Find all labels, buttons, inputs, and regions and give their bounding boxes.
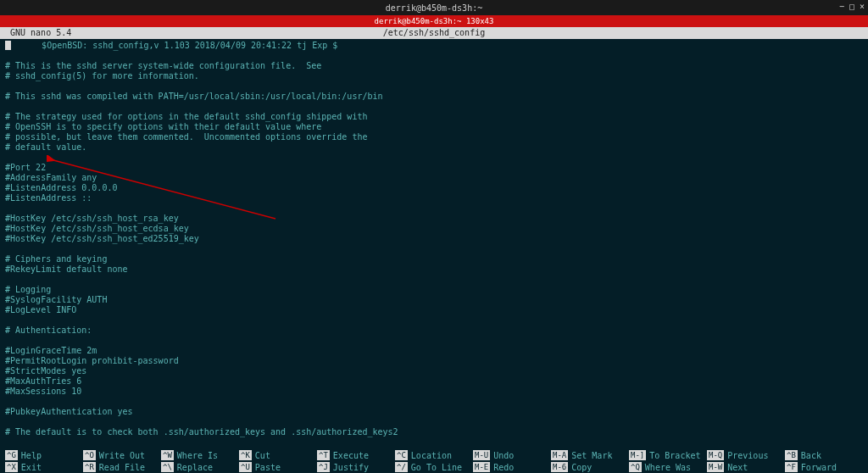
- shortcut-key: M-Q: [707, 450, 724, 460]
- editor-line[interactable]: #SyslogFacility AUTH: [5, 295, 863, 305]
- terminal-header-text: derrik@b450m-ds3h:~ 130x43: [375, 17, 494, 25]
- editor-line[interactable]: #PermitRootLogin prohibit-password: [5, 356, 863, 366]
- editor-line[interactable]: # This sshd was compiled with PATH=/usr/…: [5, 92, 863, 102]
- editor-line[interactable]: # Logging: [5, 285, 863, 295]
- editor-line[interactable]: [5, 153, 863, 163]
- shortcut-item[interactable]: M-ERedo: [473, 462, 514, 472]
- shortcut-label: Previous: [727, 451, 768, 460]
- editor-line[interactable]: [5, 203, 863, 214]
- editor-line[interactable]: # Authentication:: [5, 326, 863, 336]
- editor-line[interactable]: [5, 275, 863, 285]
- editor-content[interactable]: $OpenBSD: sshd_config,v 1.103 2018/04/09…: [0, 39, 868, 437]
- shortcut-label: Location: [411, 451, 452, 460]
- editor-line[interactable]: # The strategy used for options in the d…: [5, 112, 863, 122]
- editor-line[interactable]: [5, 51, 863, 61]
- editor-line[interactable]: $OpenBSD: sshd_config,v 1.103 2018/04/09…: [5, 41, 863, 51]
- shortcut-key: ^B: [785, 450, 798, 460]
- shortcut-item[interactable]: ^UPaste: [239, 462, 281, 472]
- close-icon[interactable]: ×: [860, 2, 865, 11]
- shortcut-item[interactable]: ^/Go To Line: [395, 462, 462, 472]
- editor-line[interactable]: # possible, but leave them commented. Un…: [5, 132, 863, 142]
- shortcut-key: ^G: [5, 450, 18, 460]
- shortcut-key: M-U: [473, 450, 490, 460]
- editor-line[interactable]: [5, 315, 863, 326]
- shortcut-item[interactable]: ^FForward: [785, 462, 837, 472]
- shortcut-key: M-]: [629, 450, 646, 460]
- shortcut-label: To Bracket: [649, 451, 700, 460]
- shortcut-item[interactable]: ^KCut: [239, 450, 270, 460]
- shortcut-label: Redo: [493, 463, 514, 472]
- shortcut-item[interactable]: M-6Copy: [551, 462, 592, 472]
- shortcut-item[interactable]: M-]To Bracket: [629, 450, 700, 460]
- shortcut-label: Copy: [571, 463, 592, 472]
- editor-line[interactable]: #AddressFamily any: [5, 173, 863, 183]
- shortcut-label: Set Mark: [571, 451, 612, 460]
- shortcut-key: ^C: [395, 450, 408, 460]
- editor-line[interactable]: #HostKey /etc/ssh/ssh_host_rsa_key: [5, 214, 863, 224]
- shortcut-item[interactable]: ^JJustify: [317, 462, 369, 472]
- shortcut-key: ^/: [395, 462, 408, 472]
- shortcut-item[interactable]: ^GHelp: [5, 450, 42, 460]
- editor-line[interactable]: #ListenAddress 0.0.0.0: [5, 183, 863, 193]
- shortcut-item[interactable]: ^BBack: [785, 450, 821, 460]
- editor-line[interactable]: #LoginGraceTime 2m: [5, 346, 863, 356]
- editor-line[interactable]: #HostKey /etc/ssh/ssh_host_ed25519_key: [5, 234, 863, 244]
- editor-line[interactable]: # The default is to check both .ssh/auth…: [5, 427, 863, 437]
- window-title: derrik@b450m-ds3h:~: [386, 3, 482, 13]
- shortcut-key: ^\: [161, 462, 174, 472]
- shortcut-key: ^O: [83, 450, 96, 460]
- editor-line[interactable]: # OpenSSH is to specify options with the…: [5, 122, 863, 132]
- editor-line[interactable]: #LogLevel INFO: [5, 305, 863, 315]
- editor-line[interactable]: [5, 336, 863, 346]
- shortcut-item[interactable]: M-UUndo: [473, 450, 514, 460]
- shortcut-item[interactable]: ^\Replace: [161, 462, 213, 472]
- shortcut-item[interactable]: M-ASet Mark: [551, 450, 612, 460]
- editor-line[interactable]: # Ciphers and keying: [5, 254, 863, 264]
- shortcut-item[interactable]: M-QPrevious: [707, 450, 768, 460]
- editor-line[interactable]: #ListenAddress ::: [5, 193, 863, 203]
- shortcut-label: Undo: [493, 451, 514, 460]
- shortcut-key: ^T: [317, 450, 330, 460]
- editor-line[interactable]: # This is the sshd server system-wide co…: [5, 61, 863, 71]
- shortcut-label: Go To Line: [411, 463, 462, 472]
- editor-line[interactable]: #MaxSessions 10: [5, 387, 863, 397]
- shortcut-item[interactable]: M-WNext: [707, 462, 748, 472]
- editor-line[interactable]: [5, 81, 863, 92]
- editor-line[interactable]: # sshd_config(5) for more information.: [5, 71, 863, 81]
- shortcut-key: ^U: [239, 462, 252, 472]
- shortcut-item[interactable]: ^OWrite Out: [83, 450, 145, 460]
- shortcut-item[interactable]: ^XExit: [5, 462, 42, 472]
- shortcut-label: Justify: [333, 463, 369, 472]
- shortcut-label: Back: [801, 451, 821, 460]
- editor-line[interactable]: #MaxAuthTries 6: [5, 376, 863, 387]
- shortcut-key: ^J: [317, 462, 330, 472]
- editor-line[interactable]: #StrictModes yes: [5, 366, 863, 376]
- editor-line[interactable]: #HostKey /etc/ssh/ssh_host_ecdsa_key: [5, 224, 863, 234]
- minimize-icon[interactable]: −: [839, 2, 844, 11]
- editor-line[interactable]: [5, 102, 863, 112]
- cursor-indicator: [5, 41, 11, 50]
- editor-line[interactable]: #RekeyLimit default none: [5, 264, 863, 275]
- terminal-header-bar: derrik@b450m-ds3h:~ 130x43: [0, 15, 868, 27]
- editor-line[interactable]: [5, 244, 863, 254]
- shortcut-label: Execute: [333, 451, 369, 460]
- editor-line[interactable]: [5, 397, 863, 407]
- shortcut-label: Where Was: [645, 463, 691, 472]
- shortcut-item[interactable]: ^TExecute: [317, 450, 369, 460]
- shortcut-item[interactable]: ^RRead File: [83, 462, 145, 472]
- shortcut-key: M-E: [473, 462, 490, 472]
- editor-line[interactable]: # default value.: [5, 142, 863, 153]
- shortcut-label: Paste: [255, 463, 281, 472]
- nano-header: GNU nano 5.4 /etc/ssh/sshd_config: [0, 27, 868, 39]
- shortcut-item[interactable]: ^WWhere Is: [161, 450, 218, 460]
- shortcut-key: ^W: [161, 450, 174, 460]
- shortcut-label: Replace: [177, 463, 213, 472]
- editor-line[interactable]: #Port 22: [5, 163, 863, 173]
- shortcut-item[interactable]: ^CLocation: [395, 450, 452, 460]
- maximize-icon[interactable]: □: [849, 2, 854, 11]
- nano-version: GNU nano 5.4: [10, 27, 71, 39]
- shortcut-item[interactable]: ^QWhere Was: [629, 462, 691, 472]
- editor-line[interactable]: [5, 417, 863, 427]
- editor-line[interactable]: #PubkeyAuthentication yes: [5, 407, 863, 417]
- shortcut-row-2: ^XExit^RRead File^\Replace^UPaste^JJusti…: [0, 461, 868, 473]
